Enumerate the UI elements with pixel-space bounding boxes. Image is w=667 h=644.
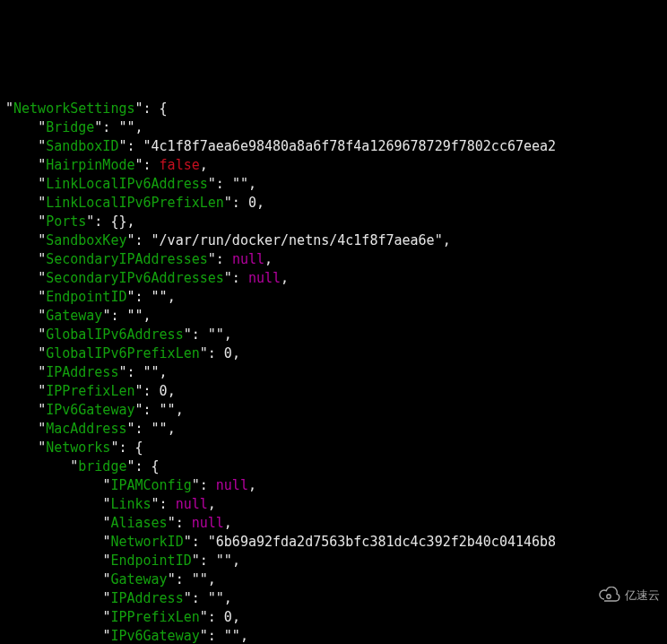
watermark-text: 亿速云 <box>625 586 660 605</box>
val-SecondaryIPv6Addresses: null <box>248 270 281 286</box>
key-IPAddress: IPAddress <box>46 364 118 380</box>
key-Aliases: Aliases <box>110 515 167 531</box>
val-LinkLocalIPv6Address: "" <box>232 176 248 192</box>
val-IPAMConfig: null <box>216 477 248 493</box>
watermark: 亿速云 <box>598 549 660 640</box>
val-NetworkID: 6b69a92fda2d7563bfc381dc4c392f2b40c04146… <box>216 534 556 550</box>
key-MacAddress: MacAddress <box>46 421 126 437</box>
key-SecondaryIPv6Addresses: SecondaryIPv6Addresses <box>46 270 224 286</box>
key-Gateway: Gateway <box>46 308 102 324</box>
key-Ports: Ports <box>46 213 86 230</box>
val-EndpointID: "" <box>152 289 168 305</box>
key-NetworkSettings: NetworkSettings <box>13 100 134 117</box>
val-MacAddress: "" <box>152 421 168 437</box>
val-SandboxKey: /var/run/docker/netns/4c1f8f7aea6e <box>160 232 435 248</box>
key-LinkLocalIPv6Address: LinkLocalIPv6Address <box>46 176 208 192</box>
key-GlobalIPv6PrefixLen: GlobalIPv6PrefixLen <box>46 345 200 361</box>
val-GlobalIPv6Address: "" <box>208 326 224 343</box>
val-Aliases: null <box>192 515 224 531</box>
key-SandboxID: SandboxID <box>46 138 118 154</box>
key-IPAMConfig: IPAMConfig <box>110 477 191 493</box>
key-n-IPAddress: IPAddress <box>110 590 183 606</box>
val-SandboxID: 4c1f8f7aea6e98480a8a6f78f4a1269678729f78… <box>152 138 557 154</box>
key-n-IPv6Gateway: IPv6Gateway <box>110 628 199 644</box>
key-SecondaryIPAddresses: SecondaryIPAddresses <box>46 251 208 267</box>
key-LinkLocalIPv6PrefixLen: LinkLocalIPv6PrefixLen <box>46 195 224 211</box>
val-HairpinMode: false <box>160 157 200 173</box>
key-IPPrefixLen: IPPrefixLen <box>46 383 134 399</box>
key-IPv6Gateway: IPv6Gateway <box>46 402 134 418</box>
val-Ports: {} <box>110 213 126 230</box>
val-n-IPv6Gateway: "" <box>224 628 240 644</box>
key-GlobalIPv6Address: GlobalIPv6Address <box>46 326 184 343</box>
svg-point-0 <box>607 595 611 598</box>
val-Links: null <box>176 496 208 512</box>
cloud-icon <box>598 549 621 640</box>
val-Gateway: "" <box>126 308 143 324</box>
key-n-Gateway: Gateway <box>110 571 167 587</box>
key-n-EndpointID: EndpointID <box>110 553 191 569</box>
key-NetworkID: NetworkID <box>110 534 183 550</box>
key-Networks: Networks <box>46 439 110 456</box>
val-IPPrefixLen: 0 <box>160 383 168 399</box>
val-SecondaryIPAddresses: null <box>232 251 264 267</box>
val-n-EndpointID: "" <box>216 553 232 569</box>
key-EndpointID: EndpointID <box>46 289 126 305</box>
key-SandboxKey: SandboxKey <box>46 232 126 248</box>
val-IPAddress: "" <box>143 364 160 380</box>
key-HairpinMode: HairpinMode <box>46 157 134 173</box>
key-n-IPPrefixLen: IPPrefixLen <box>110 609 199 625</box>
val-GlobalIPv6PrefixLen: 0 <box>224 345 232 361</box>
val-n-IPAddress: "" <box>208 590 224 606</box>
key-Links: Links <box>110 496 151 512</box>
json-output: "NetworkSettings": { "Bridge": "", "Sand… <box>5 81 667 644</box>
val-n-IPPrefixLen: 0 <box>224 609 232 625</box>
val-Bridge: "" <box>118 119 134 135</box>
key-bridge: bridge <box>78 458 126 474</box>
val-n-Gateway: "" <box>192 571 208 587</box>
val-LinkLocalIPv6PrefixLen: 0 <box>248 195 256 211</box>
val-IPv6Gateway: "" <box>160 402 176 418</box>
key-Bridge: Bridge <box>46 119 94 135</box>
